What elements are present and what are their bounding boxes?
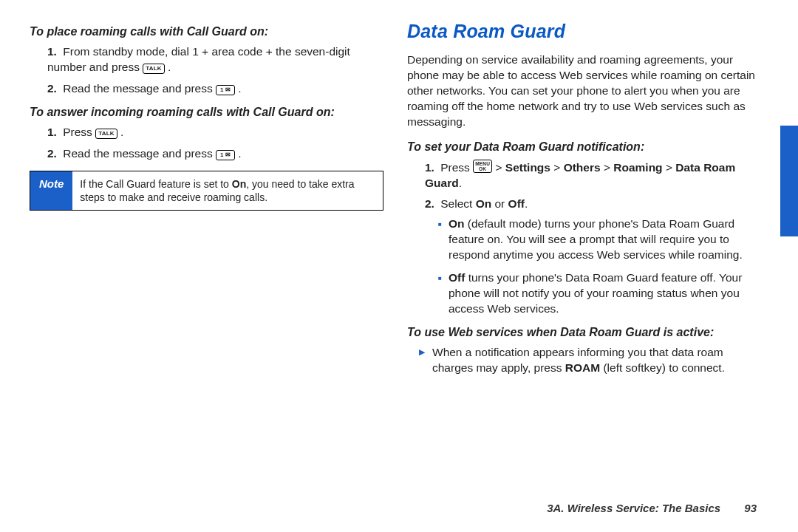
step-text: > (550, 161, 564, 174)
step-text: Press (440, 161, 473, 174)
one-msg-key-icon: 1 ✉ (216, 150, 235, 160)
step-text: . (525, 197, 528, 210)
step-item: 1. Press TALK . (43, 125, 383, 140)
subheading-place-calls: To place roaming calls with Call Guard o… (30, 25, 383, 38)
step-text: > (663, 161, 676, 174)
talk-key-icon: TALK (143, 64, 165, 74)
talk-key-icon: TALK (95, 129, 117, 139)
manual-page: To place roaming calls with Call Guard o… (0, 0, 798, 398)
step-text: From standby mode, dial 1 + area code + … (47, 45, 350, 73)
bullet-text: (default mode) turns your phone's Data R… (449, 217, 743, 261)
step-text: . (168, 61, 171, 73)
step-item: 2. Select On or Off. On (default mode) t… (420, 197, 761, 316)
step-item: 1. From standby mode, dial 1 + area code… (43, 44, 383, 75)
step-text: > (601, 161, 614, 174)
page-number: 93 (744, 502, 757, 514)
bullet-off: Off turns your phone's Data Roam Guard f… (438, 270, 761, 317)
menu-path: Roaming (613, 161, 662, 174)
step-number: 2. (425, 197, 434, 210)
one-msg-key-icon: 1 ✉ (216, 85, 235, 95)
step-text: > (495, 161, 505, 174)
menu-ok-key-icon: MENUOK (473, 160, 492, 173)
step-number: 1. (47, 126, 57, 138)
step-text: . (120, 126, 123, 138)
steps-place-calls: 1. From standby mode, dial 1 + area code… (30, 44, 383, 97)
step-text: Press (63, 126, 95, 138)
step-text: Select (440, 197, 475, 210)
step-text: Read the message and press (63, 147, 216, 160)
right-column: Data Roam Guard Depending on service ava… (407, 21, 761, 383)
subheading-answer-calls: To answer incoming roaming calls with Ca… (30, 106, 383, 119)
step-number: 1. (425, 161, 434, 174)
steps-answer-calls: 1. Press TALK . 2. Read the message and … (30, 125, 383, 162)
step-item: 1. Press MENUOK > Settings > Others > Ro… (420, 160, 761, 191)
note-body: If the Call Guard feature is set to On, … (72, 171, 383, 210)
footer-chapter: 3A. Wireless Service: The Basics (547, 502, 720, 514)
left-column: To place roaming calls with Call Guard o… (30, 21, 383, 383)
menu-path: Settings (505, 161, 550, 174)
menu-path: Others (564, 161, 601, 174)
option-on: On (476, 197, 492, 210)
steps-set-notification: 1. Press MENUOK > Settings > Others > Ro… (407, 160, 761, 317)
section-title: Data Roam Guard (407, 21, 761, 42)
intro-paragraph: Depending on service availability and ro… (407, 52, 761, 130)
two-column-layout: To place roaming calls with Call Guard o… (30, 21, 761, 383)
step-text: or (491, 197, 508, 210)
note-label: Note (30, 171, 72, 210)
page-footer: 3A. Wireless Service: The Basics 93 (547, 502, 757, 514)
step-number: 2. (47, 82, 57, 95)
softkey-roam: ROAM (565, 361, 600, 374)
step-text: . (238, 147, 241, 160)
subheading-use-web: To use Web services when Data Roam Guard… (407, 326, 761, 339)
step-text: Read the message and press (63, 82, 216, 95)
note-box: Note If the Call Guard feature is set to… (30, 171, 383, 211)
bullet-text: turns your phone's Data Roam Guard featu… (449, 271, 742, 315)
bullet-label: On (449, 217, 465, 230)
step-item: 2. Read the message and press 1 ✉ . (43, 81, 383, 97)
step-text: . (459, 177, 462, 189)
note-bold: On (232, 178, 246, 190)
arrow-text: (left softkey) to connect. (600, 361, 725, 374)
step-item: 2. Read the message and press 1 ✉ . (43, 146, 383, 162)
option-off: Off (508, 197, 525, 210)
bullet-label: Off (449, 271, 465, 284)
step-number: 2. (47, 147, 57, 160)
key-line: MENU (475, 161, 490, 166)
subheading-set-notification: To set your Data Roam Guard notification… (407, 140, 761, 154)
arrow-step: When a notification appears informing yo… (407, 345, 761, 376)
option-descriptions: On (default mode) turns your phone's Dat… (425, 216, 761, 317)
step-number: 1. (47, 45, 57, 58)
bullet-on: On (default mode) turns your phone's Dat… (438, 216, 761, 263)
note-text: If the Call Guard feature is set to (80, 178, 231, 190)
key-line: OK (479, 166, 486, 171)
step-text: . (238, 82, 241, 95)
